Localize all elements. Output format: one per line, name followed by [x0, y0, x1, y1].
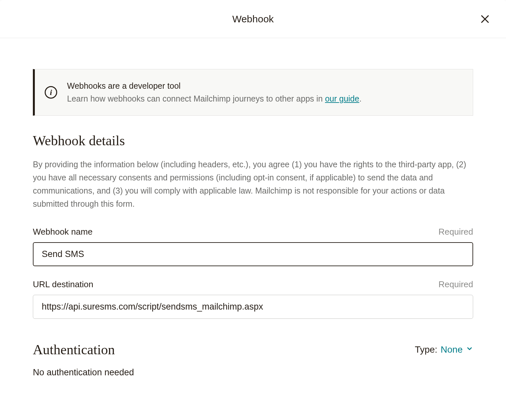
banner-desc-suffix: . — [359, 94, 361, 103]
webhook-name-label: Webhook name — [33, 227, 93, 237]
field-label-row: URL destination Required — [33, 279, 473, 290]
banner-desc-prefix: Learn how webhooks can connect Mailchimp… — [67, 94, 325, 103]
info-banner: i Webhooks are a developer tool Learn ho… — [33, 69, 473, 116]
scroll-area[interactable]: i Webhooks are a developer tool Learn ho… — [0, 38, 506, 420]
banner-description: Learn how webhooks can connect Mailchimp… — [67, 94, 361, 104]
field-label-row: Webhook name Required — [33, 227, 473, 237]
webhook-modal: Webhook i Webhooks are a developer tool … — [0, 0, 506, 420]
url-destination-label: URL destination — [33, 279, 93, 290]
chevron-down-icon — [466, 345, 473, 354]
url-destination-input[interactable] — [33, 295, 473, 319]
authentication-heading: Authentication — [33, 342, 115, 358]
url-destination-required: Required — [438, 279, 473, 290]
url-destination-field: URL destination Required — [33, 279, 473, 319]
close-button[interactable] — [477, 11, 493, 27]
webhook-name-input[interactable] — [33, 242, 473, 266]
authentication-description: No authentication needed — [33, 367, 473, 378]
webhook-name-required: Required — [438, 227, 473, 237]
modal-header: Webhook — [0, 0, 506, 38]
info-icon: i — [45, 86, 57, 99]
webhook-name-field: Webhook name Required — [33, 227, 473, 266]
auth-type-dropdown[interactable]: Type: None — [415, 344, 473, 355]
content: i Webhooks are a developer tool Learn ho… — [33, 38, 473, 420]
auth-type-label: Type: — [415, 344, 437, 355]
auth-type-value: None — [441, 344, 463, 355]
webhook-details-description: By providing the information below (incl… — [33, 158, 473, 210]
close-icon — [480, 14, 490, 24]
authentication-row: Authentication Type: None — [33, 342, 473, 358]
banner-body: Webhooks are a developer tool Learn how … — [67, 81, 361, 104]
banner-title: Webhooks are a developer tool — [67, 81, 361, 91]
modal-title: Webhook — [232, 13, 274, 25]
webhook-details-heading: Webhook details — [33, 133, 473, 149]
guide-link[interactable]: our guide — [325, 94, 359, 103]
